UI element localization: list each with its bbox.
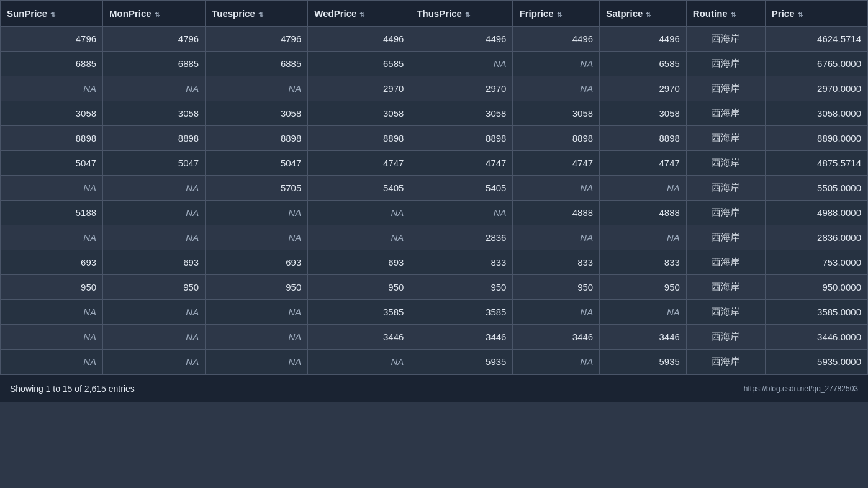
cell-mon-2: NA bbox=[103, 76, 206, 101]
table-row: 8898889888988898889888988898西海岸8898.0000 bbox=[1, 126, 868, 151]
cell-sat-13: 5935 bbox=[600, 350, 687, 374]
cell-tue-1: 6885 bbox=[206, 52, 308, 76]
cell-wed-2: 2970 bbox=[308, 76, 410, 101]
col-header-wed[interactable]: WedPrice⇅ bbox=[308, 1, 410, 27]
cell-price-5: 4875.5714 bbox=[765, 151, 867, 176]
cell-tue-8: NA bbox=[206, 225, 308, 250]
cell-thu-2: 2970 bbox=[410, 76, 513, 101]
table-row: NANANANA5935NA5935西海岸5935.0000 bbox=[1, 350, 868, 374]
cell-price-1: 6765.0000 bbox=[765, 52, 867, 76]
cell-price-6: 5505.0000 bbox=[765, 176, 867, 201]
cell-sun-2: NA bbox=[1, 76, 103, 101]
col-label-price: Price bbox=[772, 8, 795, 19]
col-header-tue[interactable]: Tuesprice⇅ bbox=[206, 1, 308, 27]
col-label-mon: MonPrice bbox=[109, 8, 151, 19]
cell-thu-4: 8898 bbox=[410, 126, 513, 151]
cell-routine-12: 西海岸 bbox=[686, 325, 765, 350]
cell-fri-2: NA bbox=[513, 76, 600, 101]
cell-tue-9: 693 bbox=[206, 250, 308, 275]
cell-price-11: 3585.0000 bbox=[765, 300, 867, 325]
cell-fri-1: NA bbox=[513, 52, 600, 76]
cell-sat-4: 8898 bbox=[600, 126, 687, 151]
cell-sat-12: 3446 bbox=[600, 325, 687, 350]
cell-mon-0: 4796 bbox=[103, 27, 206, 52]
cell-sun-11: NA bbox=[1, 300, 103, 325]
cell-routine-13: 西海岸 bbox=[686, 350, 765, 374]
col-header-sat[interactable]: Satprice⇅ bbox=[600, 1, 687, 27]
cell-tue-3: 3058 bbox=[206, 101, 308, 126]
col-label-sat: Satprice bbox=[606, 8, 643, 19]
cell-routine-7: 西海岸 bbox=[686, 201, 765, 225]
cell-mon-13: NA bbox=[103, 350, 206, 374]
cell-routine-5: 西海岸 bbox=[686, 151, 765, 176]
cell-sat-6: NA bbox=[600, 176, 687, 201]
col-header-mon[interactable]: MonPrice⇅ bbox=[103, 1, 206, 27]
sort-icon-fri: ⇅ bbox=[557, 11, 562, 18]
cell-sat-1: 6585 bbox=[600, 52, 687, 76]
cell-routine-4: 西海岸 bbox=[686, 126, 765, 151]
cell-price-3: 3058.0000 bbox=[765, 101, 867, 126]
cell-wed-4: 8898 bbox=[308, 126, 410, 151]
cell-thu-10: 950 bbox=[410, 275, 513, 300]
col-header-price[interactable]: Price⇅ bbox=[765, 1, 867, 27]
cell-tue-5: 5047 bbox=[206, 151, 308, 176]
cell-mon-8: NA bbox=[103, 225, 206, 250]
cell-price-0: 4624.5714 bbox=[765, 27, 867, 52]
col-header-fri[interactable]: Friprice⇅ bbox=[513, 1, 600, 27]
cell-routine-8: 西海岸 bbox=[686, 225, 765, 250]
cell-price-9: 753.0000 bbox=[765, 250, 867, 275]
table-row: NANANA29702970NA2970西海岸2970.0000 bbox=[1, 76, 868, 101]
cell-sun-3: 3058 bbox=[1, 101, 103, 126]
cell-mon-9: 693 bbox=[103, 250, 206, 275]
cell-thu-5: 4747 bbox=[410, 151, 513, 176]
cell-tue-7: NA bbox=[206, 201, 308, 225]
sort-icon-mon: ⇅ bbox=[155, 11, 160, 18]
attribution-text: https://blog.csdn.net/qq_27782503 bbox=[744, 384, 858, 393]
cell-mon-12: NA bbox=[103, 325, 206, 350]
sort-icon-routine: ⇅ bbox=[731, 11, 736, 18]
table-row: 3058305830583058305830583058西海岸3058.0000 bbox=[1, 101, 868, 126]
cell-price-13: 5935.0000 bbox=[765, 350, 867, 374]
cell-thu-8: 2836 bbox=[410, 225, 513, 250]
cell-tue-10: 950 bbox=[206, 275, 308, 300]
cell-tue-4: 8898 bbox=[206, 126, 308, 151]
table-row: 5188NANANANA48884888西海岸4988.0000 bbox=[1, 201, 868, 225]
cell-wed-1: 6585 bbox=[308, 52, 410, 76]
table-row: NANANANA2836NANA西海岸2836.0000 bbox=[1, 225, 868, 250]
table-row: 950950950950950950950西海岸950.0000 bbox=[1, 275, 868, 300]
cell-routine-11: 西海岸 bbox=[686, 300, 765, 325]
col-header-thu[interactable]: ThusPrice⇅ bbox=[410, 1, 513, 27]
cell-wed-9: 693 bbox=[308, 250, 410, 275]
cell-wed-6: 5405 bbox=[308, 176, 410, 201]
col-label-tue: Tuesprice bbox=[212, 8, 255, 19]
cell-fri-10: 950 bbox=[513, 275, 600, 300]
table-row: 5047504750474747474747474747西海岸4875.5714 bbox=[1, 151, 868, 176]
cell-mon-10: 950 bbox=[103, 275, 206, 300]
cell-thu-7: NA bbox=[410, 201, 513, 225]
col-header-sun[interactable]: SunPrice⇅ bbox=[1, 1, 103, 27]
cell-mon-4: 8898 bbox=[103, 126, 206, 151]
cell-tue-13: NA bbox=[206, 350, 308, 374]
data-table: SunPrice⇅MonPrice⇅Tuesprice⇅WedPrice⇅Thu… bbox=[0, 0, 868, 374]
cell-fri-13: NA bbox=[513, 350, 600, 374]
cell-price-2: 2970.0000 bbox=[765, 76, 867, 101]
cell-fri-3: 3058 bbox=[513, 101, 600, 126]
col-header-routine[interactable]: Routine⇅ bbox=[686, 1, 765, 27]
cell-thu-11: 3585 bbox=[410, 300, 513, 325]
cell-price-4: 8898.0000 bbox=[765, 126, 867, 151]
cell-fri-0: 4496 bbox=[513, 27, 600, 52]
cell-fri-12: 3446 bbox=[513, 325, 600, 350]
cell-sun-12: NA bbox=[1, 325, 103, 350]
cell-mon-1: 6885 bbox=[103, 52, 206, 76]
cell-sat-0: 4496 bbox=[600, 27, 687, 52]
cell-routine-0: 西海岸 bbox=[686, 27, 765, 52]
cell-thu-6: 5405 bbox=[410, 176, 513, 201]
cell-tue-2: NA bbox=[206, 76, 308, 101]
cell-sun-7: 5188 bbox=[1, 201, 103, 225]
cell-sat-2: 2970 bbox=[600, 76, 687, 101]
cell-sat-3: 3058 bbox=[600, 101, 687, 126]
cell-price-7: 4988.0000 bbox=[765, 201, 867, 225]
cell-wed-3: 3058 bbox=[308, 101, 410, 126]
sort-icon-sat: ⇅ bbox=[646, 11, 651, 18]
cell-fri-7: 4888 bbox=[513, 201, 600, 225]
